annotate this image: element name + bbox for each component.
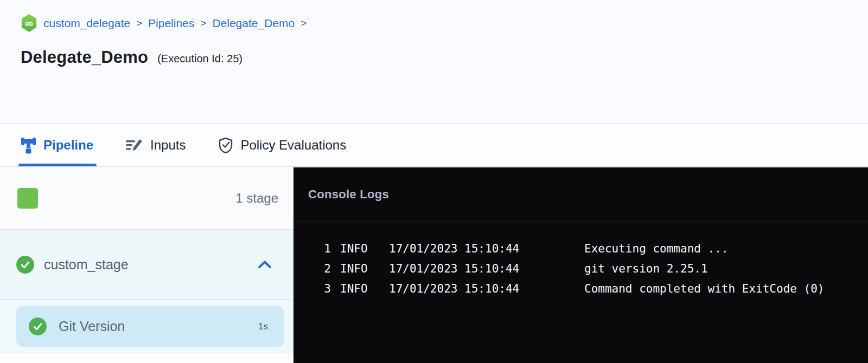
console-panel: Console Logs 1 INFO 17/01/2023 15:10:44 … <box>293 167 868 363</box>
log-message: Command completed with ExitCode (0) <box>584 279 825 299</box>
log-line-number: 1 <box>323 239 331 259</box>
console-log-area[interactable]: 1 INFO 17/01/2023 15:10:44 Executing com… <box>293 222 868 299</box>
pipeline-execution-page: ∞ custom_delegate > Pipelines > Delegate… <box>0 0 868 363</box>
tab-policy-evaluations[interactable]: Policy Evaluations <box>218 124 346 166</box>
breadcrumb-link-project[interactable]: custom_delegate <box>43 17 130 30</box>
stage-count-label: 1 stage <box>235 191 278 206</box>
step-name: Git Version <box>59 319 258 334</box>
breadcrumb-link-pipeline-name[interactable]: Delegate_Demo <box>212 17 295 30</box>
log-timestamp: 17/01/2023 15:10:44 <box>389 279 528 299</box>
log-timestamp: 17/01/2023 15:10:44 <box>389 239 528 259</box>
log-level: INFO <box>340 279 369 299</box>
tab-inputs[interactable]: Inputs <box>126 124 186 166</box>
active-tab-underline <box>18 164 97 166</box>
log-message: git version 2.25.1 <box>584 259 708 279</box>
tab-pipeline-label: Pipeline <box>43 138 93 153</box>
check-circle-icon <box>29 317 47 335</box>
log-line: 1 INFO 17/01/2023 15:10:44 Executing com… <box>293 239 868 259</box>
console-title: Console Logs <box>308 187 389 202</box>
log-level: INFO <box>340 259 369 279</box>
inputs-edit-icon <box>126 138 143 153</box>
page-header: ∞ custom_delegate > Pipelines > Delegate… <box>0 0 868 124</box>
log-line: 2 INFO 17/01/2023 15:10:44 git version 2… <box>293 259 868 279</box>
shield-check-icon <box>218 137 233 154</box>
tab-policy-evaluations-label: Policy Evaluations <box>240 138 346 153</box>
tab-pipeline[interactable]: Pipeline <box>21 124 93 166</box>
stage-panel-bottom-strip <box>0 353 293 363</box>
tab-inputs-label: Inputs <box>150 138 186 153</box>
harness-pipeline-hexagon-icon: ∞ <box>21 14 37 32</box>
stage-status-square-icon <box>17 188 38 209</box>
step-duration: 1s <box>258 321 268 332</box>
stage-row-custom-stage[interactable]: custom_stage <box>0 230 293 300</box>
breadcrumb-separator: > <box>301 17 307 29</box>
check-circle-icon <box>16 256 34 274</box>
log-line-number: 3 <box>323 279 331 299</box>
steps-section: Git Version 1s <box>0 300 293 353</box>
log-line: 3 INFO 17/01/2023 15:10:44 Command compl… <box>293 279 868 299</box>
console-header: Console Logs <box>293 167 868 222</box>
log-message: Executing command ... <box>584 239 729 259</box>
title-row: Delegate_Demo (Execution Id: 25) <box>21 48 242 67</box>
execution-tabbar: Pipeline Inputs Policy Evalua <box>0 124 868 167</box>
stage-name: custom_stage <box>44 257 258 273</box>
breadcrumb: ∞ custom_delegate > Pipelines > Delegate… <box>21 14 307 32</box>
pipeline-icon <box>21 137 36 154</box>
log-line-number: 2 <box>323 259 331 279</box>
chevron-up-icon[interactable] <box>258 260 272 269</box>
execution-id-label: (Execution Id: 25) <box>157 50 242 65</box>
breadcrumb-link-pipelines[interactable]: Pipelines <box>148 17 194 30</box>
breadcrumb-separator: > <box>200 17 206 29</box>
log-level: INFO <box>340 239 369 259</box>
step-row-git-version[interactable]: Git Version 1s <box>16 306 284 347</box>
breadcrumb-separator: > <box>136 17 142 29</box>
execution-content: 1 stage custom_stage <box>0 167 868 363</box>
stage-panel-header: 1 stage <box>0 167 293 230</box>
stage-panel: 1 stage custom_stage <box>0 167 293 363</box>
page-title: Delegate_Demo <box>21 48 148 67</box>
log-timestamp: 17/01/2023 15:10:44 <box>389 259 528 279</box>
